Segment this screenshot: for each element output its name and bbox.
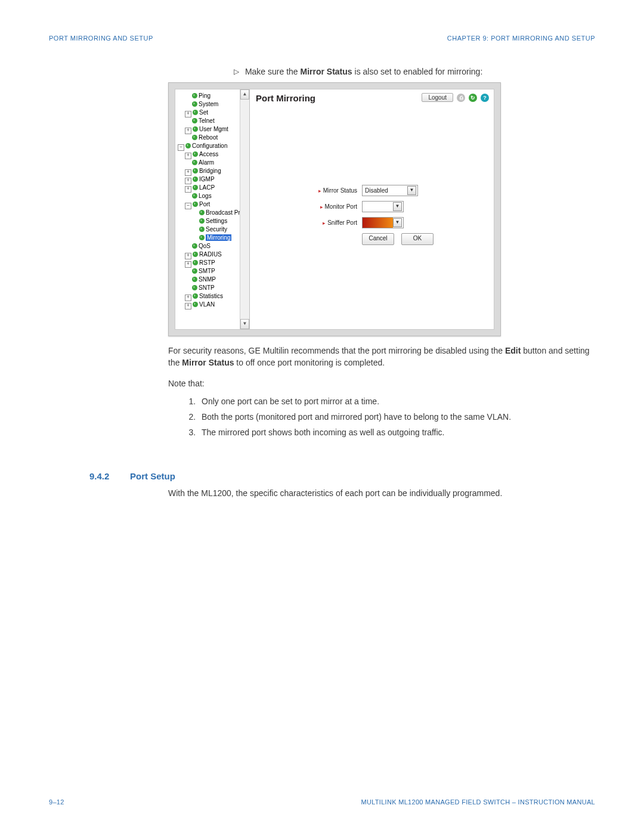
chevron-down-icon[interactable]: ▼: [407, 186, 416, 195]
expand-icon[interactable]: +: [185, 186, 191, 193]
tree-radius[interactable]: RADIUS: [199, 251, 222, 258]
triangle-icon: ▷: [234, 67, 239, 76]
collapse-icon[interactable]: −: [185, 203, 191, 209]
tree-lacp[interactable]: LACP: [199, 184, 215, 191]
bullet-icon: [192, 135, 197, 140]
nav-tree[interactable]: Ping System +Set Telnet +User Mgmt Reboo…: [175, 89, 240, 329]
embedded-screenshot: Ping System +Set Telnet +User Mgmt Reboo…: [168, 82, 501, 336]
bullet-icon: [193, 293, 198, 299]
bullet-icon: [199, 218, 205, 224]
header-right: CHAPTER 9: PORT MIRRORING AND SETUP: [447, 35, 595, 42]
bullet-icon: [192, 243, 197, 249]
tree-smtp[interactable]: SMTP: [199, 268, 215, 274]
panel-title: Port Mirroring: [256, 93, 315, 103]
tree-qos[interactable]: QoS: [199, 243, 210, 249]
section-body: With the ML1200, the specific characteri…: [168, 487, 595, 499]
bullet-icon: [192, 285, 197, 290]
tree-mirroring[interactable]: Mirroring: [206, 234, 231, 241]
arrow-icon: ▸: [323, 220, 326, 226]
scrollbar[interactable]: ▲ ▼: [240, 89, 249, 329]
tree-statistics[interactable]: Statistics: [199, 293, 223, 299]
tree-bridging[interactable]: Bridging: [199, 168, 221, 174]
ok-button[interactable]: OK: [401, 233, 434, 245]
sniffer-port-select[interactable]: ▼: [362, 217, 404, 228]
instruction-pre: Make sure the: [245, 67, 301, 76]
tree-system[interactable]: System: [199, 101, 218, 107]
tree-usermgmt[interactable]: User Mgmt: [199, 126, 228, 132]
bullet-icon: [192, 93, 197, 98]
mirror-status-select[interactable]: Disabled▼: [362, 185, 418, 196]
bullet-icon: [193, 302, 198, 307]
bullet-icon: [199, 235, 205, 240]
tree-security[interactable]: Security: [206, 226, 227, 233]
bullet-icon: [193, 185, 198, 190]
tree-configuration[interactable]: Configuration: [192, 143, 227, 149]
bullet-icon: [185, 143, 191, 148]
mirror-status-label: Mirror Status: [323, 187, 357, 194]
list-item: Both the ports (monitored port and mirro…: [198, 411, 595, 423]
mirror-status-value: Disabled: [365, 187, 388, 194]
bullet-icon: [192, 193, 197, 199]
instruction-post: is also set to enabled for mirroring:: [352, 67, 483, 76]
tree-sntp[interactable]: SNTP: [199, 284, 215, 291]
expand-icon[interactable]: +: [185, 128, 191, 134]
monitor-port-label: Monitor Port: [325, 203, 357, 210]
instruction-line: ▷ Make sure the Mirror Status is also se…: [234, 67, 595, 76]
bullet-icon: [193, 126, 198, 132]
expand-icon[interactable]: +: [185, 253, 191, 259]
bullet-icon: [193, 168, 198, 174]
tree-broadcast[interactable]: Broadcast Protect: [206, 209, 240, 216]
arrow-icon: ▸: [320, 204, 323, 210]
footer-manual-title: MULTILINK ML1200 MANAGED FIELD SWITCH – …: [361, 798, 595, 806]
bullet-icon: [192, 118, 197, 123]
tree-access[interactable]: Access: [199, 151, 218, 157]
chevron-down-icon[interactable]: ▼: [393, 218, 402, 227]
collapse-icon[interactable]: −: [178, 144, 184, 151]
chevron-down-icon[interactable]: ▼: [393, 202, 402, 211]
expand-icon[interactable]: +: [185, 153, 191, 159]
expand-icon[interactable]: +: [185, 303, 191, 309]
help-icon[interactable]: ?: [481, 94, 489, 102]
bullet-icon: [199, 210, 205, 215]
section-number: 9.4.2: [89, 471, 130, 481]
tree-vlan[interactable]: VLAN: [199, 301, 215, 308]
arrow-icon: ▸: [318, 188, 321, 194]
list-item: The mirrored port shows both incoming as…: [198, 426, 595, 438]
tree-igmp[interactable]: IGMP: [199, 176, 215, 182]
tree-telnet[interactable]: Telnet: [199, 117, 215, 124]
print-icon[interactable]: ⎙: [457, 94, 465, 102]
bullet-icon: [193, 151, 198, 157]
scroll-track[interactable]: [240, 100, 249, 319]
cancel-button[interactable]: Cancel: [362, 233, 394, 245]
section-title: Port Setup: [130, 471, 175, 481]
note-that: Note that:: [168, 377, 595, 389]
monitor-port-select[interactable]: ▼: [362, 201, 404, 212]
list-item: Only one port can be set to port mirror …: [198, 395, 595, 407]
bullet-icon: [192, 268, 197, 274]
bullet-icon: [193, 252, 198, 257]
scroll-up-icon[interactable]: ▲: [240, 89, 249, 100]
tree-snmp[interactable]: SNMP: [199, 276, 216, 283]
tree-alarm[interactable]: Alarm: [199, 159, 214, 166]
tree-ping[interactable]: Ping: [199, 92, 210, 99]
tree-rstp[interactable]: RSTP: [199, 259, 215, 266]
expand-icon[interactable]: +: [185, 169, 191, 176]
expand-icon[interactable]: +: [185, 295, 191, 301]
expand-icon[interactable]: +: [185, 178, 191, 184]
tree-reboot[interactable]: Reboot: [199, 134, 218, 141]
tree-logs[interactable]: Logs: [199, 193, 212, 199]
logout-button[interactable]: Logout: [422, 93, 453, 102]
bullet-icon: [192, 101, 197, 107]
bullet-icon: [193, 260, 198, 265]
paragraph-security: For security reasons, GE Multilin recomm…: [168, 345, 595, 369]
expand-icon[interactable]: +: [185, 111, 191, 117]
tree-port[interactable]: Port: [199, 201, 210, 208]
expand-icon[interactable]: +: [185, 261, 191, 268]
tree-settings[interactable]: Settings: [206, 218, 227, 224]
refresh-icon[interactable]: ↻: [469, 94, 477, 102]
header-left: PORT MIRRORING AND SETUP: [49, 35, 153, 42]
tree-set[interactable]: Set: [199, 109, 208, 116]
scroll-down-icon[interactable]: ▼: [240, 319, 249, 329]
page-number: 9–12: [49, 798, 64, 806]
sniffer-port-label: Sniffer Port: [327, 219, 357, 226]
